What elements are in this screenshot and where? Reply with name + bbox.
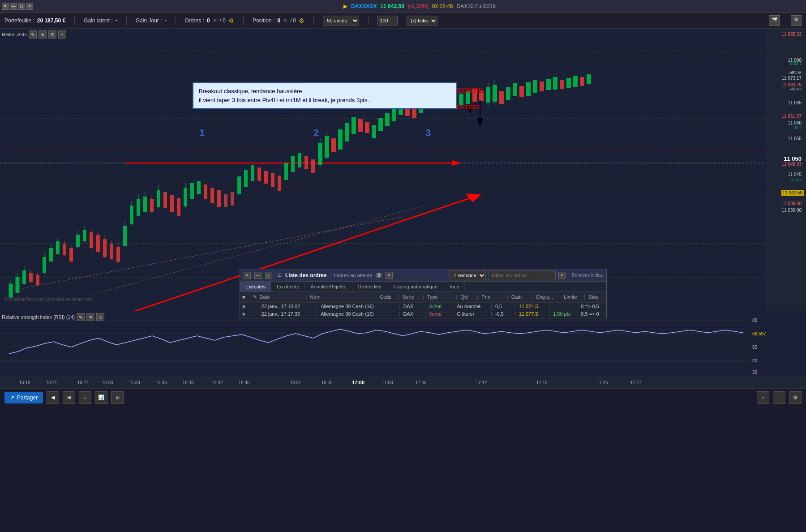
panel-expand-btn[interactable]: □ — [265, 272, 272, 279]
win-menu-btn[interactable]: ≡ — [26, 3, 33, 10]
order-row-1[interactable]: ■ 22 janv., 17:15:02 | Allemagne 30 Cash… — [240, 303, 606, 310]
panel-close-btn[interactable]: ✕ — [244, 272, 251, 279]
filter-clear-btn[interactable]: ✕ — [558, 272, 566, 279]
current-price: 11 042,50 — [380, 3, 404, 9]
portfolio-value: 20 187,50 € — [37, 17, 65, 24]
svg-text:80: 80 — [752, 318, 758, 323]
svg-rect-96 — [385, 113, 390, 126]
price-11061: 11 061,67 — [782, 114, 804, 119]
order2-date: 22 janv., 17:17:35 — [259, 310, 314, 317]
rsi-window-btn[interactable]: □ — [96, 313, 104, 321]
svg-rect-72 — [237, 176, 241, 194]
svg-rect-124 — [573, 76, 578, 87]
settings-button[interactable]: ⚙ — [791, 15, 802, 26]
svg-rect-122 — [560, 80, 564, 89]
chart-edit-btn[interactable]: ✎ — [29, 30, 37, 39]
watermark: © ProRealTime.com Données en temps réel — [4, 297, 92, 302]
svg-rect-113 — [499, 91, 504, 104]
order1-qty: 0,5 — [493, 303, 512, 310]
chart-close-btn[interactable]: ✕ — [39, 30, 47, 39]
zoom-out-btn[interactable]: − — [773, 391, 785, 404]
svg-rect-97 — [392, 107, 396, 121]
svg-rect-80 — [291, 156, 295, 172]
tool-btn3[interactable]: 📊 — [95, 391, 107, 404]
svg-rect-76 — [264, 171, 268, 184]
svg-text:16:45: 16:45 — [238, 380, 249, 385]
svg-text:17:27: 17:27 — [630, 380, 641, 385]
order1-sens: Achat — [427, 303, 450, 310]
annotation-line1: Breakout classique, tendance haussière, — [199, 88, 304, 94]
en-attente-close-btn[interactable]: ✕ — [386, 272, 393, 279]
contract-info: DAX30 Full0319 — [457, 3, 496, 9]
order1-code: DAX — [401, 303, 422, 310]
price-11055: 11 055 — [788, 136, 804, 141]
svg-rect-116 — [519, 86, 524, 97]
filter-input[interactable] — [489, 270, 556, 280]
nav-prev-btn[interactable]: ◀ — [47, 391, 59, 404]
price-top: 11 085,33 — [782, 32, 804, 37]
tab-en-attente[interactable]: En attente — [271, 282, 305, 292]
tab-trading-auto[interactable]: Trading automatique — [387, 282, 444, 292]
svg-text:16:21: 16:21 — [46, 380, 57, 385]
tab-annules[interactable]: Annulés/Rejetés — [305, 282, 352, 292]
rsi-edit-btn[interactable]: ✎ — [77, 313, 85, 321]
week-select[interactable]: 1 semaine 1 mois — [450, 270, 486, 280]
svg-text:16:33: 16:33 — [129, 380, 140, 385]
zoom-in-btn[interactable]: + — [757, 391, 769, 404]
annotation-line2: il vient taper 3 fois entre Piv4H et mr1… — [199, 97, 371, 103]
ticks-select[interactable]: (x) ticks minutes — [407, 16, 437, 26]
tool-btn4[interactable]: ⊡ — [111, 391, 124, 404]
panel-min-btn[interactable]: — — [254, 272, 262, 279]
order-row-2[interactable]: ■ 22 janv., 17:17:35 | Allemagne 30 Cash… — [240, 310, 606, 318]
orders-table-header: ■ ✎ Date | Nom | Code | Sens | Type | Qt… — [240, 292, 606, 303]
window-controls[interactable]: ✕ — □ ≡ — [2, 3, 33, 10]
win-close-btn[interactable]: ✕ — [2, 3, 9, 10]
ordres-slash: / 0 — [220, 17, 226, 24]
price-11050-bold: 11 050 — [784, 155, 804, 162]
tab-lies[interactable]: Ordres liés — [352, 282, 387, 292]
gain-latent-section: Gain latent : - — [84, 17, 117, 24]
panel-controls: 1 semaine 1 mois ✕ Données indica — [450, 270, 603, 280]
svg-rect-95 — [378, 118, 383, 131]
ms2j-label: mS2 J — [790, 61, 804, 66]
rsi-close-btn[interactable]: ✕ — [86, 313, 94, 321]
tab-tous[interactable]: Tous — [443, 282, 465, 292]
svg-rect-125 — [580, 77, 584, 86]
touch3-label: 3 — [425, 127, 431, 139]
svg-rect-69 — [217, 190, 221, 207]
svg-text:16:51: 16:51 — [290, 380, 301, 385]
svg-rect-93 — [365, 122, 369, 133]
chart-plus-btn[interactable]: + — [58, 30, 66, 39]
order2-code: DAX — [401, 310, 422, 317]
tab-executes[interactable]: Exécutés — [240, 282, 271, 292]
tool-btn2[interactable]: ≡ — [79, 391, 91, 404]
ticks-input[interactable] — [377, 16, 398, 26]
settings-bottom-btn[interactable]: ⚙ — [789, 391, 802, 404]
en-attente-count: 0 — [376, 273, 382, 278]
svg-text:17:25: 17:25 — [596, 380, 608, 385]
win-min-btn[interactable]: — — [10, 3, 17, 10]
map-button[interactable]: 🗺 — [769, 15, 780, 26]
gain-jour-value: - — [165, 17, 167, 24]
svg-text:40: 40 — [752, 358, 758, 363]
chart-lock-btn[interactable]: ⊡ — [48, 30, 56, 39]
tool-btn1[interactable]: ⊞ — [63, 391, 75, 404]
order1-chg: 0 => 0,5 — [579, 303, 606, 310]
svg-rect-70 — [224, 194, 227, 207]
ordres-value: 0 — [207, 17, 210, 24]
position-slash: / 0 — [290, 17, 296, 24]
win-max-btn[interactable]: □ — [18, 3, 25, 10]
en-attente-label: Ordres en attente — [334, 273, 373, 278]
svg-rect-123 — [566, 78, 571, 88]
price-11073: 11 073,17 — [782, 76, 804, 81]
time-axis: 16:18 16:21 16:27 16:30 16:33 16:36 16:3… — [0, 376, 806, 388]
svg-rect-107 — [459, 94, 463, 105]
share-button[interactable]: ↗ Partager — [4, 392, 43, 403]
s2j-label: S2 J — [793, 125, 804, 129]
touch1-label: 1 — [199, 127, 205, 139]
svg-text:20: 20 — [752, 370, 758, 375]
svg-text:17:00: 17:00 — [352, 380, 364, 385]
units-select[interactable]: 50 unités 25 unités 100 unités — [323, 16, 359, 26]
svg-text:60: 60 — [752, 345, 758, 350]
order1-prix: 11 074,5 — [517, 303, 546, 310]
